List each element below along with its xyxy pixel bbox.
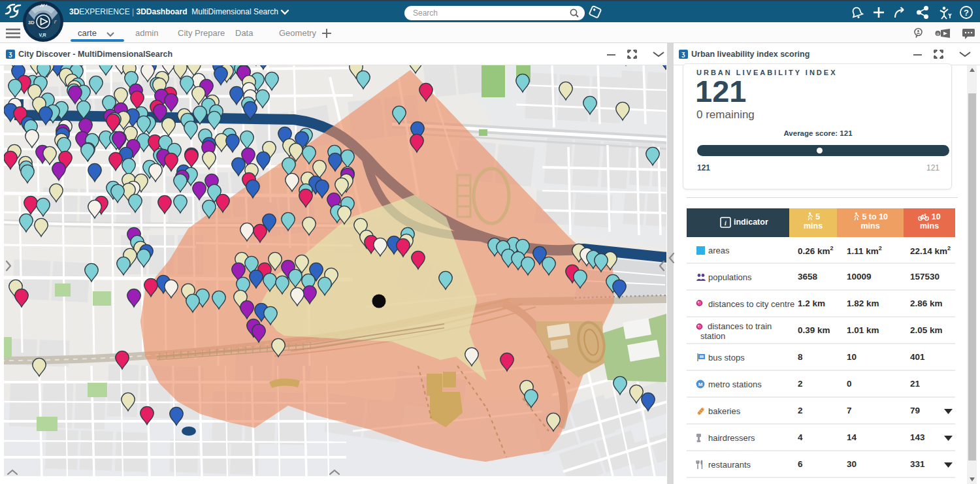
- svg-text:o: o: [937, 31, 939, 36]
- svg-text:?: ?: [964, 8, 969, 18]
- svg-text:3D: 3D: [28, 20, 35, 25]
- svg-text:M: M: [698, 381, 703, 387]
- svg-text:V,R: V,R: [39, 33, 46, 38]
- svg-text:i: i: [725, 219, 727, 227]
